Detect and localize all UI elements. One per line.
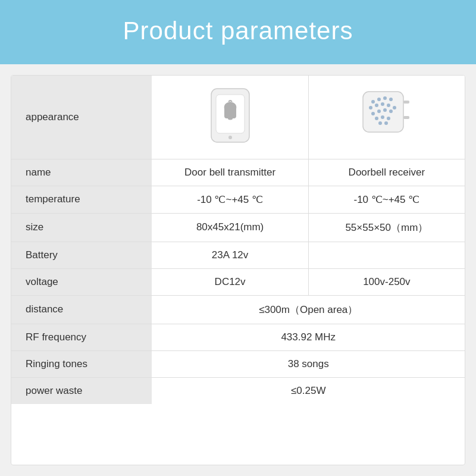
- svg-point-9: [369, 106, 372, 109]
- transmitter-temperature: -10 ℃~+45 ℃: [152, 186, 308, 213]
- svg-point-2: [228, 117, 233, 120]
- transmitter-name: Door bell transmitter: [152, 159, 308, 186]
- svg-point-22: [384, 121, 388, 125]
- table-row: size 80x45x21(mm) 55×55×50（mm）: [11, 213, 465, 242]
- table-row: Ringing tones 38 songs: [11, 350, 465, 377]
- receiver-name: Doorbell receiver: [308, 159, 465, 186]
- receiver-image-cell: [308, 76, 465, 159]
- svg-point-3: [228, 136, 232, 139]
- table-row: power waste ≤0.25W: [11, 377, 465, 404]
- label-size: size: [11, 213, 152, 242]
- svg-point-15: [377, 109, 381, 113]
- svg-point-6: [377, 98, 381, 101]
- label-distance: distance: [11, 295, 152, 324]
- label-appearance: appearance: [11, 76, 152, 159]
- table-row: name Door bell transmitter Doorbell rece…: [11, 159, 465, 186]
- svg-point-16: [383, 108, 387, 112]
- table-row: Battery 23A 12v: [11, 242, 465, 268]
- page-wrapper: Product parameters appearance: [0, 0, 476, 476]
- distance-value: ≤300m（Open area）: [152, 295, 465, 324]
- label-ringing-tones: Ringing tones: [11, 350, 152, 377]
- svg-point-21: [378, 121, 382, 125]
- rf-frequency-value: 433.92 MHz: [152, 324, 465, 350]
- svg-point-5: [371, 100, 375, 104]
- receiver-icon: [360, 89, 414, 142]
- svg-point-18: [375, 117, 378, 120]
- receiver-temperature: -10 ℃~+45 ℃: [308, 186, 465, 213]
- table-container: appearance: [11, 75, 465, 465]
- page-title: Product parameters: [12, 17, 464, 45]
- svg-rect-24: [403, 116, 409, 119]
- receiver-voltage: 100v-250v: [308, 268, 465, 295]
- header: Product parameters: [0, 0, 476, 64]
- label-battery: Battery: [11, 242, 152, 268]
- svg-point-13: [393, 106, 396, 109]
- svg-point-19: [381, 115, 384, 119]
- transmitter-battery: 23A 12v: [152, 242, 308, 268]
- transmitter-size: 80x45x21(mm): [152, 213, 308, 242]
- label-name: name: [11, 159, 152, 186]
- svg-rect-4: [363, 92, 403, 132]
- svg-point-10: [375, 104, 378, 107]
- svg-point-14: [371, 112, 375, 115]
- label-temperature: temperature: [11, 186, 152, 213]
- svg-point-20: [387, 117, 390, 120]
- transmitter-voltage: DC12v: [152, 268, 308, 295]
- label-power-waste: power waste: [11, 377, 152, 404]
- svg-point-11: [381, 102, 384, 106]
- svg-point-17: [389, 109, 393, 113]
- table-row: temperature -10 ℃~+45 ℃ -10 ℃~+45 ℃: [11, 186, 465, 213]
- svg-point-7: [383, 96, 387, 100]
- label-voltage: voltage: [11, 268, 152, 295]
- table-row: distance ≤300m（Open area）: [11, 295, 465, 324]
- product-table: appearance: [11, 76, 465, 404]
- ringing-tones-value: 38 songs: [152, 350, 465, 377]
- transmitter-icon: [206, 86, 254, 145]
- power-waste-value: ≤0.25W: [152, 377, 465, 404]
- transmitter-image-cell: [152, 76, 308, 159]
- table-row: appearance: [11, 76, 465, 159]
- svg-point-12: [387, 104, 390, 107]
- table-row: RF frequency 433.92 MHz: [11, 324, 465, 350]
- table-row: voltage DC12v 100v-250v: [11, 268, 465, 295]
- receiver-size: 55×55×50（mm）: [308, 213, 465, 242]
- svg-point-8: [389, 98, 393, 101]
- svg-rect-23: [403, 101, 409, 104]
- label-rf-frequency: RF frequency: [11, 324, 152, 350]
- receiver-battery: [308, 242, 465, 268]
